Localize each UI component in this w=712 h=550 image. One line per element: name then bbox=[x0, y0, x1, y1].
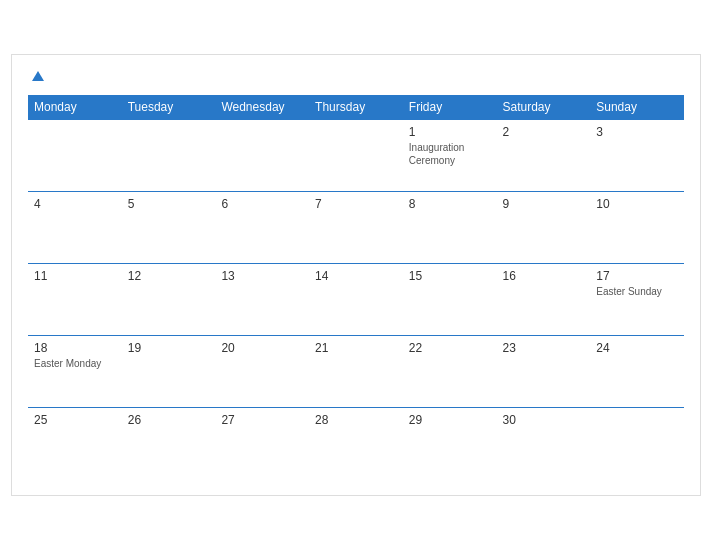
day-number: 26 bbox=[128, 413, 210, 427]
weekday-header-row: MondayTuesdayWednesdayThursdayFridaySatu… bbox=[28, 95, 684, 120]
weekday-header-thursday: Thursday bbox=[309, 95, 403, 120]
day-number: 18 bbox=[34, 341, 116, 355]
calendar-cell bbox=[590, 407, 684, 479]
calendar-week-row: 45678910 bbox=[28, 191, 684, 263]
day-number: 16 bbox=[503, 269, 585, 283]
day-number: 19 bbox=[128, 341, 210, 355]
calendar-cell: 13 bbox=[215, 263, 309, 335]
calendar-cell bbox=[215, 119, 309, 191]
day-number: 22 bbox=[409, 341, 491, 355]
calendar-cell: 22 bbox=[403, 335, 497, 407]
calendar-cell: 10 bbox=[590, 191, 684, 263]
day-number: 30 bbox=[503, 413, 585, 427]
day-number: 28 bbox=[315, 413, 397, 427]
calendar-cell: 9 bbox=[497, 191, 591, 263]
calendar-cell bbox=[122, 119, 216, 191]
day-number: 2 bbox=[503, 125, 585, 139]
calendar-cell: 6 bbox=[215, 191, 309, 263]
calendar-cell: 12 bbox=[122, 263, 216, 335]
weekday-header-friday: Friday bbox=[403, 95, 497, 120]
day-number: 20 bbox=[221, 341, 303, 355]
calendar-cell: 30 bbox=[497, 407, 591, 479]
day-number: 13 bbox=[221, 269, 303, 283]
calendar-week-row: 252627282930 bbox=[28, 407, 684, 479]
weekday-header-wednesday: Wednesday bbox=[215, 95, 309, 120]
day-number: 4 bbox=[34, 197, 116, 211]
calendar-cell: 25 bbox=[28, 407, 122, 479]
calendar-cell: 29 bbox=[403, 407, 497, 479]
day-number: 3 bbox=[596, 125, 678, 139]
calendar-cell: 20 bbox=[215, 335, 309, 407]
day-number: 25 bbox=[34, 413, 116, 427]
calendar-cell: 11 bbox=[28, 263, 122, 335]
weekday-header-tuesday: Tuesday bbox=[122, 95, 216, 120]
day-number: 29 bbox=[409, 413, 491, 427]
calendar-cell: 3 bbox=[590, 119, 684, 191]
calendar-cell: 17Easter Sunday bbox=[590, 263, 684, 335]
day-number: 7 bbox=[315, 197, 397, 211]
calendar-cell: 15 bbox=[403, 263, 497, 335]
calendar-cell: 21 bbox=[309, 335, 403, 407]
weekday-header-sunday: Sunday bbox=[590, 95, 684, 120]
day-number: 11 bbox=[34, 269, 116, 283]
weekday-header-saturday: Saturday bbox=[497, 95, 591, 120]
calendar-week-row: 18Easter Monday192021222324 bbox=[28, 335, 684, 407]
calendar-cell: 18Easter Monday bbox=[28, 335, 122, 407]
event-text: Easter Sunday bbox=[596, 285, 678, 298]
day-number: 17 bbox=[596, 269, 678, 283]
weekday-header-monday: Monday bbox=[28, 95, 122, 120]
day-number: 12 bbox=[128, 269, 210, 283]
calendar-cell: 26 bbox=[122, 407, 216, 479]
event-text: Easter Monday bbox=[34, 357, 116, 370]
day-number: 1 bbox=[409, 125, 491, 139]
calendar-cell: 7 bbox=[309, 191, 403, 263]
calendar-cell: 28 bbox=[309, 407, 403, 479]
calendar-week-row: 1Inauguration Ceremony23 bbox=[28, 119, 684, 191]
calendar-cell: 19 bbox=[122, 335, 216, 407]
calendar-cell: 24 bbox=[590, 335, 684, 407]
day-number: 5 bbox=[128, 197, 210, 211]
calendar-cell bbox=[309, 119, 403, 191]
calendar-week-row: 11121314151617Easter Sunday bbox=[28, 263, 684, 335]
calendar-header bbox=[28, 71, 684, 81]
logo-triangle-icon bbox=[32, 71, 44, 81]
day-number: 23 bbox=[503, 341, 585, 355]
logo bbox=[28, 71, 44, 81]
calendar-cell: 1Inauguration Ceremony bbox=[403, 119, 497, 191]
day-number: 15 bbox=[409, 269, 491, 283]
event-text: Inauguration Ceremony bbox=[409, 141, 491, 167]
calendar-cell bbox=[28, 119, 122, 191]
calendar-cell: 27 bbox=[215, 407, 309, 479]
calendar-cell: 16 bbox=[497, 263, 591, 335]
day-number: 6 bbox=[221, 197, 303, 211]
calendar-cell: 23 bbox=[497, 335, 591, 407]
day-number: 10 bbox=[596, 197, 678, 211]
day-number: 9 bbox=[503, 197, 585, 211]
calendar-cell: 2 bbox=[497, 119, 591, 191]
calendar-cell: 4 bbox=[28, 191, 122, 263]
calendar-cell: 14 bbox=[309, 263, 403, 335]
calendar-table: MondayTuesdayWednesdayThursdayFridaySatu… bbox=[28, 95, 684, 480]
day-number: 24 bbox=[596, 341, 678, 355]
calendar-wrapper: MondayTuesdayWednesdayThursdayFridaySatu… bbox=[11, 54, 701, 497]
calendar-cell: 5 bbox=[122, 191, 216, 263]
day-number: 14 bbox=[315, 269, 397, 283]
calendar-cell: 8 bbox=[403, 191, 497, 263]
day-number: 21 bbox=[315, 341, 397, 355]
day-number: 8 bbox=[409, 197, 491, 211]
day-number: 27 bbox=[221, 413, 303, 427]
